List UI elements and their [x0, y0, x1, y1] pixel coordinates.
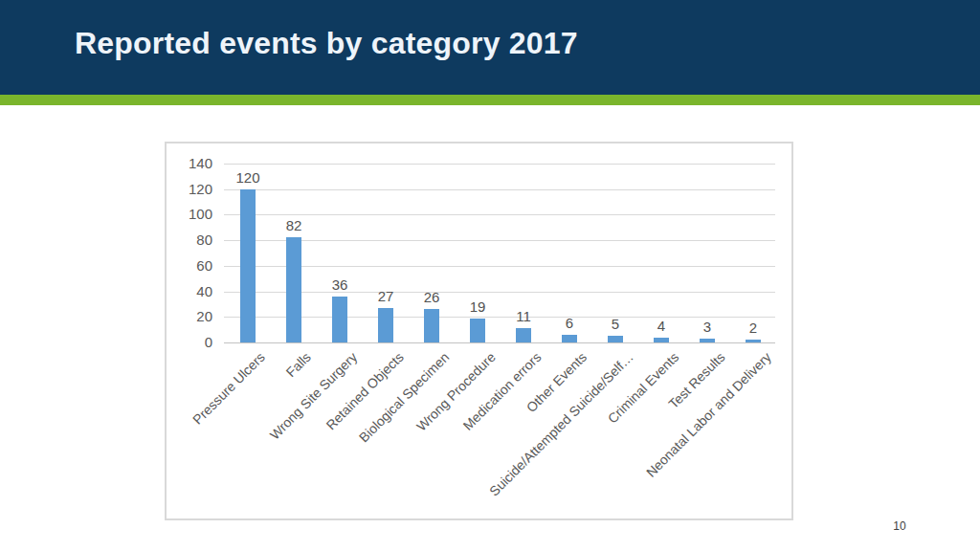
y-tick-label: 80 — [165, 231, 212, 249]
bar — [746, 340, 761, 342]
accent-stripe — [0, 95, 980, 105]
y-tick-label: 40 — [165, 283, 212, 300]
x-axis-line — [224, 342, 775, 343]
bar-chart: 020406080100120140120Pressure Ulcers82Fa… — [167, 143, 791, 518]
bar — [608, 336, 623, 342]
bar — [332, 297, 347, 342]
bar — [654, 338, 669, 342]
category-label: Wrong Procedure — [413, 349, 499, 434]
y-tick-label: 120 — [165, 181, 212, 198]
bar — [700, 339, 715, 342]
page-title: Reported events by category 2017 — [75, 26, 578, 61]
y-tick-label: 60 — [165, 257, 212, 275]
bar — [378, 308, 393, 342]
category-label: Falls — [283, 349, 314, 380]
slide: Reported events by category 2017 0204060… — [0, 0, 980, 551]
gridline — [224, 189, 775, 190]
chart-frame: 020406080100120140120Pressure Ulcers82Fa… — [165, 142, 793, 520]
bar-value-label: 120 — [221, 169, 275, 187]
gridline — [224, 214, 775, 215]
gridline — [224, 240, 775, 241]
gridline — [224, 292, 775, 293]
category-label: Wrong Site Surgery — [267, 349, 361, 443]
bar — [562, 335, 577, 342]
category-label: Biological Specimen — [356, 349, 452, 445]
bar — [470, 319, 485, 342]
page-number: 10 — [888, 519, 911, 533]
y-tick-label: 140 — [165, 155, 212, 172]
bar — [516, 328, 531, 342]
category-label: Medication errors — [460, 349, 545, 433]
bar — [286, 237, 301, 342]
y-tick-label: 20 — [165, 308, 212, 325]
bar-value-label: 2 — [726, 320, 780, 337]
bar — [240, 189, 256, 342]
gridline — [224, 266, 775, 267]
y-tick-label: 0 — [165, 334, 212, 351]
gridline — [224, 164, 775, 165]
y-tick-label: 100 — [165, 206, 212, 223]
bar — [424, 309, 439, 342]
bar-value-label: 82 — [267, 217, 321, 234]
slide-header: Reported events by category 2017 — [0, 0, 980, 95]
category-label: Pressure Ulcers — [190, 349, 269, 428]
